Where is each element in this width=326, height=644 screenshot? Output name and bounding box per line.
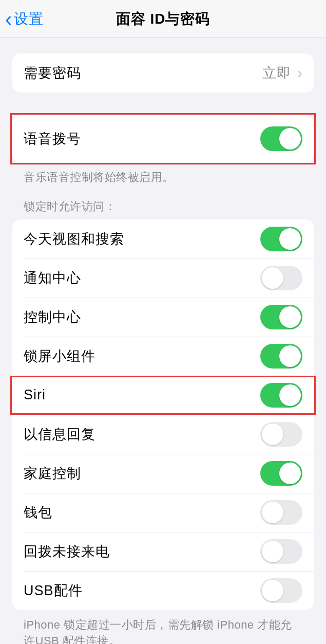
- chevron-left-icon: ‹: [5, 9, 12, 29]
- toggle-knob: [279, 228, 301, 250]
- allow-access-row: 锁屏小组件: [12, 337, 314, 376]
- toggle-knob: [262, 541, 283, 562]
- allow-access-toggle[interactable]: [260, 383, 302, 408]
- chevron-right-icon: ›: [297, 64, 302, 82]
- allow-access-toggle[interactable]: [260, 344, 302, 369]
- require-passcode-row[interactable]: 需要密码 立即 ›: [12, 53, 314, 93]
- allow-access-row: USB配件: [12, 571, 314, 610]
- page-title: 面容 ID与密码: [0, 9, 326, 29]
- allow-access-footer: iPhone 锁定超过一小时后，需先解锁 iPhone 才能允许USB 配件连接…: [12, 610, 314, 644]
- allow-access-row: Siri: [12, 376, 314, 415]
- allow-access-toggle[interactable]: [260, 227, 302, 251]
- allow-access-row: 今天视图和搜索: [12, 219, 314, 259]
- voice-dial-toggle[interactable]: [260, 126, 302, 151]
- allow-access-row: 通知中心: [12, 259, 314, 298]
- allow-access-toggle[interactable]: [260, 422, 302, 447]
- allow-access-label: 今天视图和搜索: [24, 230, 124, 248]
- navigation-bar: ‹ 设置 面容 ID与密码: [0, 0, 326, 38]
- allow-access-row: 控制中心: [12, 298, 314, 337]
- allow-access-group: 今天视图和搜索通知中心控制中心锁屏小组件Siri以信息回复家庭控制钱包回拨未接来…: [12, 219, 314, 610]
- toggle-knob: [279, 345, 301, 367]
- allow-access-row: 回拨未接来电: [12, 532, 314, 571]
- toggle-knob: [262, 580, 283, 601]
- allow-access-header: 锁定时允许访问：: [12, 186, 314, 219]
- allow-access-toggle[interactable]: [260, 500, 302, 525]
- voice-dial-row: 语音拨号: [12, 115, 314, 162]
- allow-access-row: 家庭控制: [12, 454, 314, 493]
- allow-access-row: 以信息回复: [12, 415, 314, 454]
- require-passcode-value: 立即: [262, 64, 291, 82]
- toggle-knob: [262, 424, 283, 445]
- allow-access-row: 钱包: [12, 493, 314, 532]
- toggle-knob: [279, 128, 301, 150]
- allow-access-label: 回拨未接来电: [24, 542, 110, 561]
- voice-dial-label: 语音拨号: [24, 130, 81, 148]
- back-button[interactable]: ‹ 设置: [0, 9, 44, 29]
- toggle-knob: [262, 267, 283, 289]
- allow-access-toggle[interactable]: [260, 461, 302, 486]
- voice-dial-footer: 音乐语音控制将始终被启用。: [12, 162, 314, 186]
- toggle-knob: [262, 502, 283, 523]
- toggle-knob: [279, 463, 301, 484]
- allow-access-toggle[interactable]: [260, 539, 302, 564]
- voice-dial-group: 语音拨号: [12, 115, 314, 162]
- toggle-knob: [279, 384, 301, 406]
- allow-access-label: 钱包: [24, 503, 52, 522]
- allow-access-label: 以信息回复: [24, 425, 95, 444]
- allow-access-toggle[interactable]: [260, 578, 302, 603]
- allow-access-label: 控制中心: [24, 308, 81, 326]
- allow-access-label: USB配件: [24, 581, 83, 600]
- allow-access-toggle[interactable]: [260, 305, 302, 329]
- allow-access-label: Siri: [24, 387, 46, 403]
- allow-access-label: 通知中心: [24, 269, 81, 287]
- allow-access-label: 锁屏小组件: [24, 347, 95, 365]
- require-passcode-group: 需要密码 立即 ›: [12, 53, 314, 93]
- require-passcode-label: 需要密码: [24, 64, 81, 82]
- toggle-knob: [279, 306, 301, 328]
- allow-access-toggle[interactable]: [260, 266, 302, 290]
- allow-access-label: 家庭控制: [24, 464, 81, 483]
- back-label: 设置: [14, 9, 44, 29]
